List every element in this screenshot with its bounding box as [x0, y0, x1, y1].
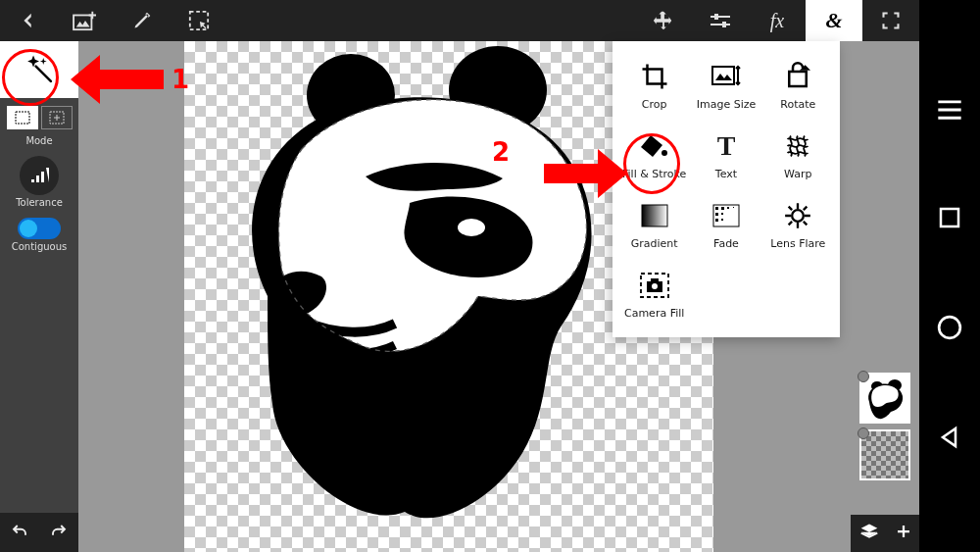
nav-menu-button[interactable]: [936, 99, 963, 125]
selection-icon: [188, 10, 210, 31]
layer-visibility-dot[interactable]: [858, 427, 869, 439]
fade-icon: [712, 204, 740, 227]
select-add-icon: [49, 111, 65, 125]
tool-warp[interactable]: Warp: [764, 125, 832, 184]
magic-wand-tool[interactable]: [0, 41, 78, 98]
layer-thumb-1[interactable]: [859, 373, 910, 424]
image-size-icon: [710, 63, 742, 90]
svg-point-28: [652, 283, 658, 289]
svg-rect-19: [715, 213, 718, 216]
svg-point-24: [792, 210, 804, 222]
svg-point-13: [662, 150, 667, 156]
contiguous-label: Contiguous: [12, 241, 68, 252]
layer-thumb-2[interactable]: [859, 429, 910, 480]
tool-fade[interactable]: Fade: [692, 194, 760, 254]
tool-image-size-label: Image Size: [697, 98, 757, 111]
layer-artwork-icon: [861, 375, 908, 422]
adjust-button[interactable]: [692, 0, 749, 41]
tool-rotate-label: Rotate: [780, 98, 815, 111]
nav-home-button[interactable]: [938, 206, 961, 233]
layers-icon: [858, 522, 880, 541]
mode-row: [0, 98, 78, 133]
redo-button[interactable]: [49, 523, 69, 542]
fullscreen-button[interactable]: [862, 0, 919, 41]
tool-fill-stroke[interactable]: Fill & Stroke: [620, 125, 688, 184]
android-nav-bar: [919, 0, 980, 552]
svg-rect-20: [721, 213, 723, 215]
toolbox-panel: Crop Image Size Rotate Fill & Stroke T T…: [612, 41, 840, 337]
back-button[interactable]: [0, 0, 57, 41]
paint-bucket-icon: [639, 131, 670, 161]
edit-button[interactable]: [114, 0, 171, 41]
canvas-artwork: [209, 41, 640, 552]
plus-icon: [895, 523, 912, 540]
left-sidebar: Mode Tolerance Contiguous: [0, 41, 78, 552]
nav-overview-button[interactable]: [937, 315, 962, 344]
svg-rect-17: [721, 207, 724, 210]
gradient-icon: [641, 204, 668, 227]
svg-rect-23: [733, 207, 734, 208]
add-layer-button[interactable]: [895, 523, 912, 544]
tool-fade-label: Fade: [713, 237, 739, 250]
tool-warp-label: Warp: [784, 168, 811, 180]
fx-button[interactable]: fx: [749, 0, 806, 41]
svg-rect-27: [651, 278, 659, 282]
tolerance-control[interactable]: [20, 156, 59, 195]
tool-camera-fill[interactable]: Camera Fill: [620, 264, 688, 324]
fullscreen-icon: [881, 11, 901, 30]
move-tool-button[interactable]: [635, 0, 692, 41]
tool-lens-flare-label: Lens Flare: [770, 237, 825, 250]
svg-rect-12: [790, 72, 808, 86]
tool-gradient[interactable]: Gradient: [620, 194, 688, 254]
layer-panel: [851, 373, 919, 480]
ampersand-icon: &: [825, 8, 842, 33]
svg-rect-14: [642, 205, 667, 226]
tool-rotate[interactable]: Rotate: [764, 55, 832, 115]
layers-button[interactable]: [858, 522, 880, 545]
magic-wand-icon: [23, 53, 56, 86]
svg-rect-6: [16, 112, 29, 124]
redo-icon: [49, 523, 69, 540]
svg-rect-0: [74, 16, 91, 30]
tool-image-size[interactable]: Image Size: [692, 55, 760, 115]
tool-gradient-label: Gradient: [631, 237, 678, 250]
svg-rect-1: [190, 12, 208, 29]
annotation-1-arrow: [71, 55, 178, 114]
top-toolbar: fx &: [0, 0, 919, 41]
svg-rect-22: [721, 219, 723, 221]
image-plus-icon: [73, 10, 98, 31]
layer-visibility-dot[interactable]: [858, 371, 869, 382]
mode-add[interactable]: [41, 106, 73, 129]
svg-rect-3: [722, 22, 726, 27]
add-image-button[interactable]: [57, 0, 114, 41]
undo-button[interactable]: [10, 523, 29, 542]
nav-back-button[interactable]: [938, 426, 961, 453]
undo-icon: [10, 523, 29, 540]
tool-crop[interactable]: Crop: [620, 55, 688, 115]
svg-rect-11: [712, 67, 734, 84]
mode-new[interactable]: [7, 106, 38, 129]
tolerance-label: Tolerance: [16, 197, 63, 208]
hamburger-icon: [936, 99, 963, 121]
undo-redo-bar: [0, 513, 78, 552]
square-icon: [938, 206, 961, 229]
tool-text[interactable]: T Text: [692, 125, 760, 184]
pencil-icon: [132, 11, 152, 30]
tool-lens-flare[interactable]: Lens Flare: [764, 194, 832, 254]
crop-icon: [640, 62, 669, 91]
layer-bottom-bar: [851, 515, 919, 552]
lens-flare-icon: [784, 202, 811, 229]
mode-label: Mode: [25, 135, 52, 146]
svg-rect-4: [941, 209, 958, 226]
arrow-left-icon: [18, 10, 39, 31]
tool-text-label: Text: [715, 168, 737, 180]
contiguous-toggle[interactable]: [18, 218, 61, 239]
svg-rect-21: [715, 219, 718, 222]
circle-icon: [937, 315, 962, 340]
move-icon: [653, 10, 674, 31]
warp-icon: [784, 132, 811, 160]
selection-button[interactable]: [171, 0, 227, 41]
tolerance-bars-icon: [29, 168, 49, 183]
toolbox-button[interactable]: &: [806, 0, 862, 41]
svg-rect-16: [715, 207, 718, 210]
